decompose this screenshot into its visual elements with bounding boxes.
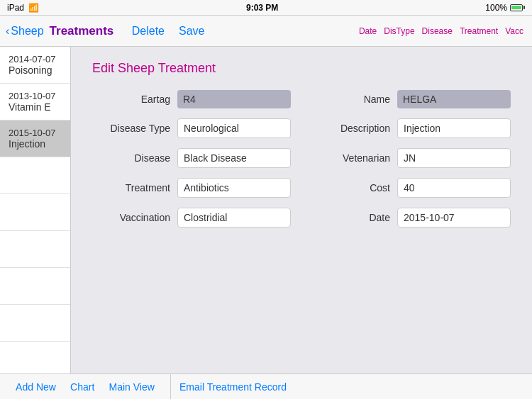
nav-bar: ‹ Sheep Treatments Delete Save Date DisT… bbox=[0, 16, 532, 47]
col-disease: Disease bbox=[422, 26, 453, 36]
save-button[interactable]: Save bbox=[179, 25, 204, 38]
page-title: Treatments bbox=[50, 24, 114, 38]
description-row: Description bbox=[312, 118, 511, 138]
battery-icon bbox=[510, 4, 525, 11]
back-label: Sheep bbox=[11, 25, 43, 38]
disease-row: Disease bbox=[92, 148, 291, 168]
description-label: Description bbox=[312, 123, 390, 134]
list-empty-row bbox=[0, 194, 70, 231]
list-empty-row bbox=[0, 157, 70, 194]
nav-right-section: Save Date DisType Disease Treatment Vacc bbox=[170, 25, 532, 38]
col-treatment: Treatment bbox=[460, 26, 498, 36]
name-label: Name bbox=[312, 94, 390, 105]
treatment-input[interactable] bbox=[177, 178, 291, 198]
status-bar: iPad 📶 9:03 PM 100% bbox=[0, 0, 532, 16]
list-item[interactable]: 2014-07-07 Poisoning bbox=[0, 47, 70, 84]
delete-button[interactable]: Delete bbox=[132, 25, 165, 38]
add-new-button[interactable]: Add New bbox=[16, 381, 56, 393]
treatment-row: Treatment bbox=[92, 178, 291, 198]
email-record-button[interactable]: Email Treatment Record bbox=[179, 381, 287, 393]
col-vacc: Vacc bbox=[505, 26, 523, 36]
treatments-list: 2014-07-07 Poisoning 2013-10-07 Vitamin … bbox=[0, 47, 71, 373]
vaccination-label: Vaccination bbox=[92, 212, 170, 223]
vaccination-input[interactable] bbox=[177, 208, 291, 227]
form-grid: Eartag Disease Type Disease Treatment Va… bbox=[92, 90, 511, 227]
back-chevron-icon: ‹ bbox=[6, 25, 9, 38]
list-item-date: 2014-07-07 bbox=[9, 54, 62, 64]
list-empty-row bbox=[0, 231, 70, 268]
eartag-label: Eartag bbox=[92, 94, 170, 105]
name-row: Name bbox=[312, 90, 511, 108]
list-item-name: Vitamin E bbox=[9, 101, 62, 113]
battery-percent: 100% bbox=[485, 3, 507, 13]
cost-row: Cost bbox=[312, 178, 511, 198]
col-distype: DisType bbox=[384, 26, 414, 36]
form-title: Edit Sheep Treatment bbox=[92, 61, 511, 76]
form-column-right: Name Description Vetenarian Cost Date bbox=[312, 90, 511, 227]
list-item-name: Injection bbox=[9, 138, 62, 150]
vaccination-row: Vaccination bbox=[92, 208, 291, 227]
veterinarian-row: Vetenarian bbox=[312, 148, 511, 168]
main-view-button[interactable]: Main View bbox=[109, 381, 155, 393]
date-input[interactable] bbox=[397, 208, 511, 227]
date-label: Date bbox=[312, 212, 390, 223]
status-time: 9:03 PM bbox=[246, 3, 278, 13]
treatment-label: Treatment bbox=[92, 182, 170, 193]
veterinarian-label: Vetenarian bbox=[312, 152, 390, 164]
bottom-bar: Add New Chart Main View Email Treatment … bbox=[0, 373, 532, 399]
list-item-date: 2013-10-07 bbox=[9, 91, 62, 101]
list-empty-row bbox=[0, 305, 70, 342]
list-empty-row bbox=[0, 342, 70, 373]
content-area: Edit Sheep Treatment Eartag Disease Type… bbox=[71, 47, 532, 373]
disease-input[interactable] bbox=[177, 148, 291, 168]
form-column-left: Eartag Disease Type Disease Treatment Va… bbox=[92, 90, 291, 227]
name-input[interactable] bbox=[397, 90, 511, 108]
main-layout: 2014-07-07 Poisoning 2013-10-07 Vitamin … bbox=[0, 47, 532, 373]
list-empty-row bbox=[0, 268, 70, 305]
eartag-row: Eartag bbox=[92, 90, 291, 108]
list-item-selected[interactable]: 2015-10-07 Injection bbox=[0, 120, 70, 157]
list-item[interactable]: 2013-10-07 Vitamin E bbox=[0, 84, 70, 120]
disease-type-input[interactable] bbox=[177, 118, 291, 138]
eartag-input[interactable] bbox=[177, 90, 291, 108]
bottom-left-section: Add New Chart Main View bbox=[0, 381, 170, 393]
veterinarian-input[interactable] bbox=[397, 148, 511, 168]
date-row: Date bbox=[312, 208, 511, 227]
col-date: Date bbox=[359, 26, 377, 36]
back-button[interactable]: ‹ Sheep bbox=[6, 25, 44, 38]
cost-input[interactable] bbox=[397, 178, 511, 198]
disease-type-row: Disease Type bbox=[92, 118, 291, 138]
description-input[interactable] bbox=[397, 118, 511, 138]
nav-left-section: ‹ Sheep Treatments Delete bbox=[0, 24, 170, 38]
list-item-name: Poisoning bbox=[9, 64, 62, 76]
bottom-right-section: Email Treatment Record bbox=[171, 381, 532, 393]
column-headers: Date DisType Disease Treatment Vacc bbox=[359, 26, 523, 36]
disease-label: Disease bbox=[92, 152, 170, 164]
status-left: iPad 📶 bbox=[7, 3, 39, 13]
status-right: 100% bbox=[485, 3, 525, 13]
ipad-label: iPad bbox=[7, 3, 24, 13]
wifi-icon: 📶 bbox=[28, 3, 39, 13]
disease-type-label: Disease Type bbox=[92, 123, 170, 134]
cost-label: Cost bbox=[312, 182, 390, 193]
list-item-date: 2015-10-07 bbox=[9, 128, 62, 138]
chart-button[interactable]: Chart bbox=[70, 381, 94, 393]
